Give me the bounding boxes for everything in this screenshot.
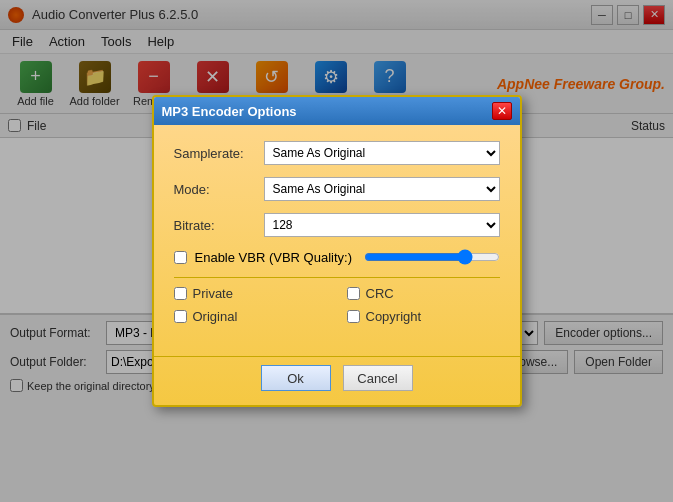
mode-row: Mode: Same As Original — [174, 177, 500, 201]
crc-checkbox-label[interactable]: CRC — [347, 286, 500, 301]
crc-label: CRC — [366, 286, 394, 301]
samplerate-row: Samplerate: Same As Original — [174, 141, 500, 165]
private-checkbox[interactable] — [174, 287, 187, 300]
modal-divider — [174, 277, 500, 278]
samplerate-select[interactable]: Same As Original — [264, 141, 500, 165]
private-checkbox-label[interactable]: Private — [174, 286, 327, 301]
modal-titlebar: MP3 Encoder Options ✕ — [154, 97, 520, 125]
private-label: Private — [193, 286, 233, 301]
mode-label: Mode: — [174, 182, 254, 197]
original-label: Original — [193, 309, 238, 324]
vbr-row: Enable VBR (VBR Quality:) — [174, 249, 500, 265]
vbr-label: Enable VBR (VBR Quality:) — [195, 250, 353, 265]
copyright-checkbox[interactable] — [347, 310, 360, 323]
copyright-checkbox-label[interactable]: Copyright — [347, 309, 500, 324]
original-checkbox[interactable] — [174, 310, 187, 323]
mp3-encoder-modal: MP3 Encoder Options ✕ Samplerate: Same A… — [152, 95, 522, 407]
vbr-slider[interactable] — [364, 249, 499, 265]
ok-button[interactable]: Ok — [261, 365, 331, 391]
cancel-button[interactable]: Cancel — [343, 365, 413, 391]
checkbox-grid: Private CRC Original Copyright — [174, 286, 500, 324]
bitrate-row: Bitrate: 128 — [174, 213, 500, 237]
modal-overlay: MP3 Encoder Options ✕ Samplerate: Same A… — [0, 0, 673, 502]
copyright-label: Copyright — [366, 309, 422, 324]
bitrate-select[interactable]: 128 — [264, 213, 500, 237]
samplerate-label: Samplerate: — [174, 146, 254, 161]
mode-select[interactable]: Same As Original — [264, 177, 500, 201]
modal-close-button[interactable]: ✕ — [492, 102, 512, 120]
modal-body: Samplerate: Same As Original Mode: Same … — [154, 125, 520, 352]
modal-footer: Ok Cancel — [154, 356, 520, 405]
bitrate-label: Bitrate: — [174, 218, 254, 233]
vbr-checkbox[interactable] — [174, 251, 187, 264]
crc-checkbox[interactable] — [347, 287, 360, 300]
modal-title: MP3 Encoder Options — [162, 104, 297, 119]
original-checkbox-label[interactable]: Original — [174, 309, 327, 324]
